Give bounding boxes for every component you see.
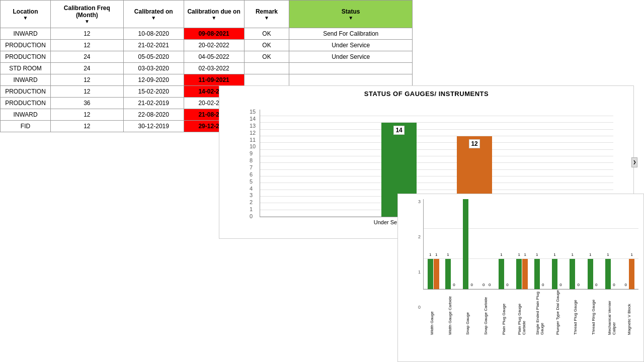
table-row: PRODUCTION2405-05-202004-05-2022OKUnder … <box>1 51 413 63</box>
chart2-body: 0123 111030001011101010101001 Width Gaug… <box>398 194 643 340</box>
cell-location: INWARD <box>1 74 51 86</box>
chart1-bar-value-label: 12 <box>469 139 479 148</box>
chart1-y-label: 14 <box>250 116 256 122</box>
chart1-gridline <box>260 149 613 150</box>
chart1-gridline <box>260 183 613 183</box>
chart1-y-label: 2 <box>250 199 256 205</box>
col-header-status: Status ▼ <box>289 1 413 28</box>
table-row: PRODUCTION1221-02-202120-02-2022OKUnder … <box>1 40 413 51</box>
chart1-gridline <box>260 176 613 176</box>
cell-due-on: 11-09-2021 <box>184 74 244 86</box>
chart2-x-labels: Width GaugeWidth Gauge CarbideSnap Gauge… <box>423 290 638 340</box>
chart2-category-group: 01 <box>623 259 634 289</box>
cell-status <box>289 63 413 74</box>
chart2-bar-val: 0 <box>613 283 615 287</box>
chart2-x-label: Mechanical Vernier Caliper <box>603 290 621 335</box>
chart2-bar-val: 0 <box>506 283 508 287</box>
cell-calibrated-on: 21-02-2019 <box>123 98 184 109</box>
chart2-bar-val: 1 <box>524 252 526 257</box>
chart2-bar-val: 0 <box>625 283 627 287</box>
chart2-bar-val: 1 <box>500 252 502 257</box>
cell-freq: 12 <box>50 86 123 98</box>
cell-freq: 12 <box>50 40 123 51</box>
chart2-category-group: 10 <box>499 259 510 289</box>
chart1-y-label: 11 <box>250 137 256 143</box>
chart1-y-label: 8 <box>250 157 256 163</box>
cell-due-on: 09-08-2021 <box>184 28 244 40</box>
chart2-bar-wrap: 1 <box>434 259 439 289</box>
chart2-x-label: Plain Plug Gauge Carbide <box>513 290 531 335</box>
freq-filter-arrow[interactable]: ▼ <box>85 19 90 24</box>
chart2-x-label: Width Gauge <box>423 290 441 335</box>
chart2-category-group: 30 <box>463 199 474 289</box>
chart2-bar-val: 0 <box>453 283 455 287</box>
chart2-bar-wrap: 3 <box>463 199 468 289</box>
table-row: STD ROOM2403-03-202002-03-2022 <box>1 63 413 74</box>
chart2-bar-val: 1 <box>553 252 555 257</box>
chart2-bar-wrap: 1 <box>605 259 611 289</box>
status-label: Status <box>342 8 360 15</box>
cell-calibrated-on: 12-09-2020 <box>123 74 184 86</box>
chart1-bar-value-label: 14 <box>393 126 404 135</box>
chart1-gridline <box>260 190 613 190</box>
chart1-expand-handle[interactable]: ❯ <box>631 157 637 167</box>
cell-freq: 12 <box>50 109 123 121</box>
cell-calibrated-on: 15-02-2020 <box>123 86 184 98</box>
cell-calibrated-on: 21-02-2021 <box>123 40 184 51</box>
chart2-y-axis: 0123 <box>418 199 421 310</box>
chart2-x-label: Snap Gauge <box>459 290 477 335</box>
chart2-x-label: Snap Gauge Carbide <box>477 290 495 335</box>
chart1-gridline <box>260 136 613 136</box>
chart2-category-group: 10 <box>445 259 457 289</box>
chart2-bar-val: 1 <box>589 252 591 257</box>
cell-location: PRODUCTION <box>1 98 51 109</box>
chart2-bar <box>534 259 540 289</box>
chart1-y-label: 0 <box>250 213 256 219</box>
chart1-y-label: 1 <box>250 206 256 212</box>
chart2-bar <box>463 199 468 289</box>
chart1-gridline <box>260 142 613 143</box>
cell-remark: OK <box>244 51 289 63</box>
cell-calibrated-on: 05-05-2020 <box>123 51 184 63</box>
cell-location: INWARD <box>1 28 51 40</box>
remark-filter-arrow[interactable]: ▼ <box>264 15 269 21</box>
cell-freq: 24 <box>50 51 123 63</box>
chart2-bar-wrap: 1 <box>428 259 433 289</box>
chart2-x-label: Magnetic V Block <box>620 290 638 335</box>
chart1-y-label: 4 <box>250 186 256 192</box>
due-on-filter-arrow[interactable]: ▼ <box>211 15 216 21</box>
cell-status <box>289 74 413 86</box>
chart2-bar-val: 1 <box>536 252 538 257</box>
chart2-bar-wrap: 1 <box>499 259 504 289</box>
location-filter-arrow[interactable]: ▼ <box>23 15 28 21</box>
status-filter-arrow[interactable]: ▼ <box>348 15 353 21</box>
chart2-x-label: Thread Plug Gauge <box>567 290 585 335</box>
chart2-bar-val: 0 <box>559 283 561 287</box>
cell-calibrated-on: 03-03-2020 <box>123 63 184 74</box>
chart1-y-label: 10 <box>250 143 256 149</box>
chart2-bar-val: 0 <box>542 283 544 287</box>
chart1-y-label: 6 <box>250 171 256 177</box>
chart2-category-group: 10 <box>552 259 564 289</box>
due-on-label: Calibration due on <box>187 8 240 15</box>
col-header-remark: Remark ▼ <box>244 1 289 28</box>
chart2-bar-val: 1 <box>572 252 574 257</box>
chart2-bar-val: 0 <box>482 283 485 287</box>
col-header-location: Location ▼ <box>1 1 51 28</box>
location-label: Location <box>13 8 38 15</box>
chart2-bar-wrap: 1 <box>629 259 634 289</box>
cell-location: INWARD <box>1 109 51 121</box>
chart2-x-label: Thread Ring Gauge <box>585 290 603 335</box>
chart2-bar-wrap: 1 <box>534 259 540 289</box>
cell-freq: 36 <box>50 98 123 109</box>
chart2-bar-wrap: 1 <box>516 259 522 289</box>
cell-freq: 12 <box>50 121 123 132</box>
chart2-bar-wrap: 1 <box>588 259 593 289</box>
calibrated-on-filter-arrow[interactable]: ▼ <box>151 15 156 21</box>
chart1-gridline <box>260 156 613 156</box>
chart2-bars-area: 111030001011101010101001 <box>423 199 638 290</box>
cell-freq: 12 <box>50 28 123 40</box>
col-header-calibrated-on: Calibrated on ▼ <box>123 1 184 28</box>
cell-freq: 24 <box>50 63 123 74</box>
cell-remark: OK <box>244 28 289 40</box>
